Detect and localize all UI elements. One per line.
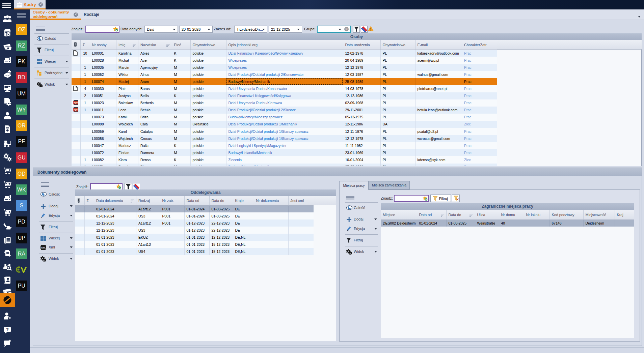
svg-text:PDF: PDF (74, 101, 78, 104)
svg-text:XML: XML (41, 246, 46, 249)
svg-text:PDF: PDF (74, 109, 78, 111)
svg-text:?: ? (6, 327, 9, 332)
